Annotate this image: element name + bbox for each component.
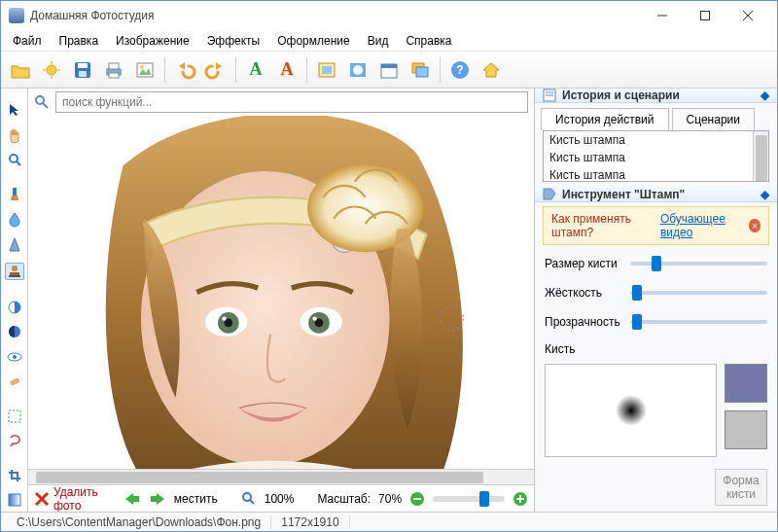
next-button[interactable] — [149, 488, 166, 510]
menu-image[interactable]: Изображение — [108, 32, 197, 50]
lasso-icon — [8, 434, 21, 447]
tool-title: Инструмент "Штамп" — [562, 188, 685, 201]
save-button[interactable] — [69, 56, 96, 84]
menu-design[interactable]: Оформление — [269, 32, 357, 50]
svg-marker-78 — [544, 189, 555, 199]
zoom-in-button[interactable] — [513, 488, 528, 510]
rect-select-icon — [8, 409, 21, 423]
fit-label: 100% — [265, 492, 295, 506]
tool-burn[interactable] — [5, 325, 24, 340]
search-input[interactable] — [55, 91, 528, 113]
brush-shape-button[interactable]: Форма кисти — [715, 469, 767, 506]
svg-rect-40 — [10, 272, 19, 275]
help-button[interactable]: ? — [446, 56, 474, 84]
fit-button[interactable] — [241, 488, 257, 510]
open-button[interactable] — [7, 56, 34, 84]
history-item[interactable]: Кисть штампа — [544, 149, 768, 166]
layers-icon — [410, 60, 430, 80]
tab-scenarios[interactable]: Сценарии — [672, 108, 755, 130]
redo-button[interactable] — [202, 56, 230, 84]
history-item[interactable]: Кисть штампа — [544, 166, 768, 182]
size-slider[interactable] — [630, 262, 767, 266]
close-button[interactable] — [726, 2, 769, 29]
color-secondary[interactable] — [725, 410, 767, 449]
tool-hand[interactable] — [5, 127, 24, 143]
hint-close-button[interactable]: × — [749, 219, 760, 232]
print-button[interactable] — [100, 56, 127, 84]
tool-eye[interactable] — [5, 349, 24, 365]
menu-effects[interactable]: Эффекты — [199, 32, 268, 50]
separator — [164, 57, 165, 83]
folder-open-icon — [10, 60, 31, 80]
history-tabs: История действий Сценарии — [535, 103, 777, 130]
menu-help[interactable]: Справка — [398, 32, 459, 50]
svg-marker-34 — [10, 104, 18, 116]
search-icon — [34, 94, 50, 110]
canvas[interactable] — [28, 116, 534, 469]
help-icon: ? — [450, 60, 470, 80]
svg-rect-46 — [9, 377, 19, 386]
prev-button[interactable] — [124, 488, 141, 510]
brush-preview[interactable] — [545, 364, 717, 457]
svg-rect-41 — [9, 275, 20, 277]
history-scrollbar[interactable] — [753, 131, 768, 181]
menu-file[interactable]: Файл — [5, 32, 50, 50]
opacity-slider[interactable] — [630, 320, 767, 324]
color-primary[interactable] — [725, 364, 767, 403]
tool-dodge[interactable] — [5, 300, 24, 315]
horizontal-scrollbar[interactable] — [28, 469, 534, 484]
hardness-slider[interactable] — [630, 291, 767, 295]
brightness-button[interactable] — [38, 56, 65, 84]
opacity-label: Прозрачность — [545, 315, 622, 329]
svg-point-68 — [243, 493, 251, 501]
tool-select-free[interactable] — [5, 434, 24, 449]
mask-button[interactable] — [344, 56, 371, 84]
maximize-button[interactable] — [684, 2, 726, 29]
tool-brush[interactable] — [5, 187, 24, 202]
separator — [235, 57, 236, 83]
svg-point-79 — [616, 395, 647, 426]
tool-droplet[interactable] — [5, 212, 24, 228]
home-button[interactable] — [477, 56, 505, 84]
tool-stamp[interactable] — [5, 263, 24, 280]
undo-button[interactable] — [171, 56, 198, 84]
hint-text: Как применять штамп? — [551, 212, 654, 239]
undo-icon — [175, 60, 194, 80]
vertical-toolbox — [1, 89, 28, 512]
svg-rect-47 — [9, 410, 20, 422]
history-list[interactable]: Кисть штампаКисть штампаКисть штампаКист… — [543, 130, 769, 182]
text-a-button[interactable]: A — [242, 56, 269, 84]
hint-link[interactable]: Обучающее видео — [660, 212, 744, 239]
zoom-slider[interactable] — [433, 496, 505, 502]
titlebar: Домашняя Фотостудия — [1, 1, 777, 30]
tool-zoom[interactable] — [5, 153, 24, 168]
menu-view[interactable]: Вид — [360, 32, 397, 50]
brush-dot-icon — [607, 386, 655, 435]
calendar-button[interactable] — [375, 56, 403, 84]
menu-edit[interactable]: Правка — [52, 32, 107, 50]
tool-select-rect[interactable] — [5, 408, 24, 424]
svg-point-35 — [10, 155, 18, 162]
tool-patch[interactable] — [5, 374, 24, 390]
tool-crop[interactable] — [5, 468, 24, 483]
svg-marker-19 — [216, 62, 222, 70]
text-style-button[interactable]: A — [273, 56, 301, 84]
eye-icon — [7, 351, 22, 363]
printer-icon — [103, 60, 124, 80]
minimize-button[interactable] — [641, 2, 684, 29]
frame-button[interactable] — [313, 56, 340, 84]
pin-button[interactable]: ◆ — [760, 89, 769, 102]
photo-button[interactable] — [131, 56, 159, 84]
tab-history[interactable]: История действий — [541, 108, 669, 130]
collage-button[interactable] — [407, 56, 434, 84]
history-item[interactable]: Кисть штампа — [544, 131, 768, 149]
delete-photo-button[interactable]: Удалить фото — [34, 485, 98, 513]
tool-pointer[interactable] — [5, 102, 24, 118]
tool-sharpen[interactable] — [5, 237, 24, 253]
svg-rect-10 — [78, 63, 88, 68]
zoom-out-button[interactable] — [409, 488, 425, 510]
x-icon — [34, 491, 50, 507]
pin-button-2[interactable]: ◆ — [760, 188, 769, 201]
arrow-right-icon — [149, 492, 166, 506]
tool-gradient[interactable] — [5, 493, 24, 509]
